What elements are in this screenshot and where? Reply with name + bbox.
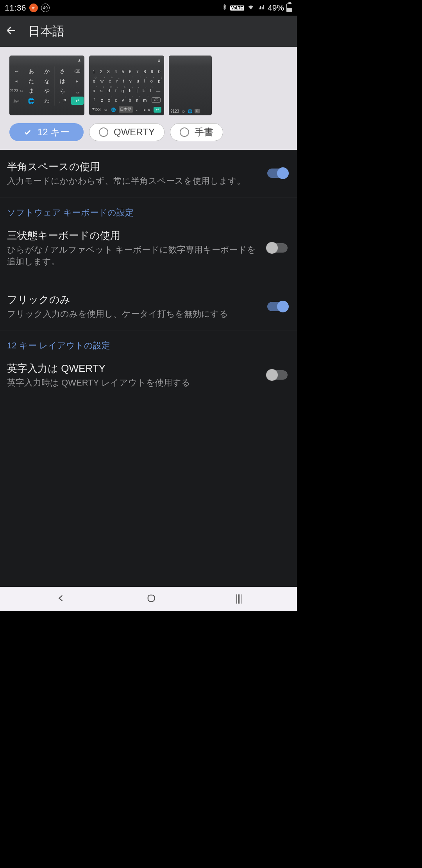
setting-title: フリックのみ: [7, 293, 259, 307]
notification-icon: m: [29, 4, 38, 12]
setting-alpha-qwerty[interactable]: 英字入力は QWERTY 英字入力時は QWERTY レイアウトを使用する: [0, 355, 297, 399]
volte-icon: VoLTE: [230, 5, 244, 11]
radio-icon: [180, 127, 189, 137]
layout-carousel[interactable]: ↤あかさ⌫ ◂たなは▸ ?123 ☺まやら␣ あa🌐わ。?!↵ 12345678…: [0, 47, 297, 150]
layout-preview-handwriting[interactable]: ?123☺🌐日: [169, 56, 212, 115]
app-bar: 日本語: [0, 16, 297, 47]
nav-back-button[interactable]: [55, 593, 66, 605]
toggle-switch[interactable]: [267, 169, 288, 178]
setting-subtitle: 入力モードにかかわらず、常に半角スペースを使用します。: [7, 175, 259, 187]
battery-percent: 49%: [268, 3, 284, 13]
setting-subtitle: フリック入力のみを使用し、ケータイ打ちを無効にする: [7, 308, 259, 320]
layout-chip-12key[interactable]: 12 キー: [9, 123, 84, 141]
page-title: 日本語: [28, 23, 64, 39]
layout-chip-handwriting[interactable]: 手書: [170, 123, 223, 141]
setting-title: 半角スペースの使用: [7, 160, 259, 174]
layout-preview-12key[interactable]: ↤あかさ⌫ ◂たなは▸ ?123 ☺まやら␣ あa🌐わ。?!↵: [9, 56, 84, 115]
settings-list[interactable]: 半角スペースの使用 入力モードにかかわらず、常に半角スペースを使用します。 ソフ…: [0, 150, 297, 587]
section-header-software-keyboard: ソフトウェア キーボードの設定: [0, 197, 297, 222]
setting-flick-only[interactable]: フリックのみ フリック入力のみを使用し、ケータイ打ちを無効にする: [0, 277, 297, 330]
setting-tristate-keyboard[interactable]: 三状態キーボードの使用 ひらがな / アルファベット キーボードに数字専用キーボ…: [0, 222, 297, 277]
toggle-switch[interactable]: [267, 243, 288, 253]
toggle-switch[interactable]: [267, 370, 288, 380]
layout-chip-qwerty[interactable]: QWERTY: [89, 123, 165, 141]
svg-rect-0: [148, 595, 154, 601]
chip-label: QWERTY: [114, 127, 155, 138]
toggle-switch[interactable]: [267, 302, 288, 311]
chip-label: 12 キー: [38, 126, 70, 138]
nav-home-button[interactable]: [146, 593, 157, 605]
battery-icon: [286, 4, 292, 12]
setting-subtitle: ひらがな / アルファベット キーボードに数字専用キーボードを追加します。: [7, 244, 259, 267]
setting-title: 三状態キーボードの使用: [7, 229, 259, 242]
setting-title: 英字入力は QWERTY: [7, 362, 259, 375]
radio-icon: [99, 127, 108, 137]
section-header-12key-layout: 12 キー レイアウトの設定: [0, 330, 297, 355]
status-bar: 11:36 m 49 VoLTE 49%: [0, 0, 297, 16]
back-button[interactable]: [5, 25, 17, 38]
chip-label: 手書: [195, 126, 213, 138]
layout-preview-qwerty[interactable]: 1234567890 q@w#e&r_t'y"u/i-o+p( a*s#d¥f-…: [89, 56, 164, 115]
signal-icon: [257, 3, 265, 13]
nav-recent-button[interactable]: [236, 594, 242, 604]
setting-halfwidth-space[interactable]: 半角スペースの使用 入力モードにかかわらず、常に半角スペースを使用します。: [0, 150, 297, 197]
bluetooth-icon: [222, 3, 228, 13]
navigation-bar: [0, 587, 297, 611]
notification-count-icon: 49: [41, 4, 50, 12]
clock: 11:36: [5, 3, 26, 13]
setting-subtitle: 英字入力時は QWERTY レイアウトを使用する: [7, 377, 259, 389]
check-icon: [23, 128, 32, 136]
wifi-icon: [247, 3, 255, 13]
